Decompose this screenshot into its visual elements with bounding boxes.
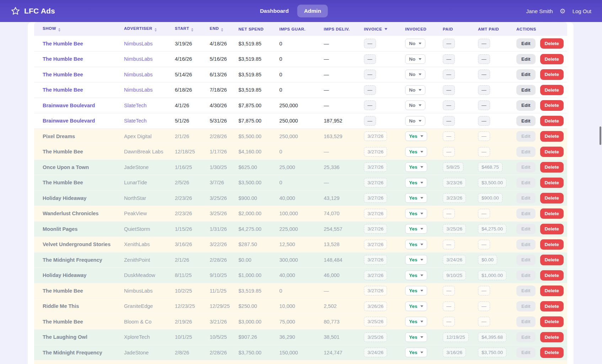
delete-button[interactable]: Delete xyxy=(540,301,564,312)
delete-button[interactable]: Delete xyxy=(540,69,564,80)
advertiser-link[interactable]: ZenithPoint xyxy=(124,257,150,263)
column-header-advertiser[interactable]: Advertiser xyxy=(124,22,175,36)
amt-paid-field[interactable]: — xyxy=(478,209,490,218)
show-name[interactable]: The Humble Bee xyxy=(43,41,83,47)
show-name[interactable]: The Humble Bee xyxy=(43,56,83,62)
edit-button[interactable]: Edit xyxy=(516,100,536,111)
paid-date-field[interactable]: — xyxy=(443,85,455,95)
amt-paid-field[interactable]: $3,750.00 xyxy=(478,348,506,357)
column-header-start[interactable]: Start xyxy=(175,22,210,36)
delete-button[interactable]: Delete xyxy=(540,162,564,173)
amt-paid-field[interactable]: — xyxy=(478,240,490,249)
edit-button[interactable]: Edit xyxy=(516,147,536,157)
amt-paid-field[interactable]: $900.00 xyxy=(478,193,502,203)
paid-date-field[interactable]: — xyxy=(443,209,455,218)
invoice-date-field[interactable]: — xyxy=(364,39,376,48)
amt-paid-field[interactable]: $1,000.00 xyxy=(478,271,506,280)
edit-button[interactable]: Edit xyxy=(516,178,536,188)
paid-date-field[interactable]: — xyxy=(443,70,455,79)
amt-paid-field[interactable]: — xyxy=(478,147,490,157)
delete-button[interactable]: Delete xyxy=(540,116,564,126)
advertiser-link[interactable]: NimbusLabs xyxy=(124,288,153,294)
paid-date-field[interactable]: — xyxy=(443,116,455,126)
invoiced-select[interactable]: Yes xyxy=(405,178,427,188)
delete-button[interactable]: Delete xyxy=(540,193,564,203)
show-name[interactable]: The Midnight Frequency xyxy=(43,257,102,263)
advertiser-link[interactable]: NimbusLabs xyxy=(124,87,153,93)
invoice-date-field[interactable]: 3/25/26 xyxy=(364,332,387,342)
edit-button[interactable]: Edit xyxy=(516,54,536,65)
advertiser-link[interactable]: NimbusLabs xyxy=(124,56,153,62)
show-name[interactable]: Holiday Hideaway xyxy=(43,195,86,201)
edit-button[interactable]: Edit xyxy=(516,208,536,219)
invoiced-select[interactable]: No xyxy=(405,70,425,79)
edit-button[interactable]: Edit xyxy=(516,255,536,265)
invoice-date-field[interactable]: 3/27/26 xyxy=(364,193,387,203)
show-name[interactable]: The Humble Bee xyxy=(43,319,83,325)
paid-date-field[interactable]: 3/16/26 xyxy=(443,348,466,357)
show-name[interactable]: Brainwave Boulevard xyxy=(43,118,95,124)
paid-date-field[interactable]: — xyxy=(443,301,455,311)
invoice-date-field[interactable]: — xyxy=(364,116,376,126)
invoiced-select[interactable]: No xyxy=(405,54,425,64)
edit-button[interactable]: Edit xyxy=(516,162,536,173)
delete-button[interactable]: Delete xyxy=(540,347,564,358)
invoice-date-field[interactable]: 3/27/26 xyxy=(364,209,387,218)
invoice-date-field[interactable]: — xyxy=(364,100,376,110)
delete-button[interactable]: Delete xyxy=(540,85,564,96)
advertiser-link[interactable]: NimbusLabs xyxy=(124,72,153,77)
advertiser-link[interactable]: XenithLabs xyxy=(124,241,150,247)
amt-paid-field[interactable]: $4,275.00 xyxy=(478,224,506,234)
invoiced-select[interactable]: Yes xyxy=(405,271,427,280)
delete-button[interactable]: Delete xyxy=(540,100,564,111)
paid-date-field[interactable]: — xyxy=(443,131,455,141)
delete-button[interactable]: Delete xyxy=(540,131,564,142)
column-header-invoice[interactable]: Invoice xyxy=(364,22,405,36)
invoice-date-field[interactable]: 3/27/26 xyxy=(364,240,387,249)
paid-date-field[interactable]: 9/10/25 xyxy=(443,271,466,280)
paid-date-field[interactable]: — xyxy=(443,100,455,110)
edit-button[interactable]: Edit xyxy=(516,69,536,80)
invoiced-select[interactable]: Yes xyxy=(405,162,427,172)
paid-date-field[interactable]: 3/23/26 xyxy=(443,193,466,203)
show-name[interactable]: Velvet Underground Stories xyxy=(43,241,111,247)
advertiser-link[interactable]: JadeStone xyxy=(124,164,149,170)
edit-button[interactable]: Edit xyxy=(516,301,536,312)
nav-item-dashboard[interactable]: Dashboard xyxy=(256,5,292,17)
invoiced-select[interactable]: Yes xyxy=(405,348,427,357)
invoice-date-field[interactable]: — xyxy=(364,54,376,64)
delete-button[interactable]: Delete xyxy=(540,147,564,157)
invoiced-select[interactable]: Yes xyxy=(405,131,427,141)
invoice-date-field[interactable]: 3/27/26 xyxy=(364,286,387,295)
advertiser-link[interactable]: LunarTide xyxy=(124,180,147,185)
show-name[interactable]: Moonlit Pages xyxy=(43,226,77,232)
paid-date-field[interactable]: — xyxy=(443,147,455,157)
amt-paid-field[interactable]: — xyxy=(478,85,490,95)
paid-date-field[interactable]: — xyxy=(443,39,455,48)
delete-button[interactable]: Delete xyxy=(540,316,564,327)
show-name[interactable]: The Humble Bee xyxy=(43,180,83,185)
paid-date-field[interactable]: 5/8/25 xyxy=(443,162,463,172)
edit-button[interactable]: Edit xyxy=(516,224,536,234)
show-name[interactable]: The Humble Bee xyxy=(43,288,83,294)
nav-item-admin[interactable]: Admin xyxy=(297,5,328,17)
invoice-date-field[interactable]: 3/27/26 xyxy=(364,131,387,141)
invoice-date-field[interactable]: 3/27/26 xyxy=(364,162,387,172)
vertical-scrollbar-thumb[interactable] xyxy=(600,126,601,145)
advertiser-link[interactable]: SlateTech xyxy=(124,103,147,108)
amt-paid-field[interactable]: $3,500.00 xyxy=(478,178,506,188)
delete-button[interactable]: Delete xyxy=(540,239,564,250)
amt-paid-field[interactable]: — xyxy=(478,131,490,141)
edit-button[interactable]: Edit xyxy=(516,193,536,203)
amt-paid-field[interactable]: — xyxy=(478,301,490,311)
invoice-date-field[interactable]: 3/24/26 xyxy=(364,348,387,357)
show-name[interactable]: The Humble Bee xyxy=(43,72,83,77)
amt-paid-field[interactable]: — xyxy=(478,116,490,126)
amt-paid-field[interactable]: $468.75 xyxy=(478,162,502,172)
show-name[interactable]: The Midnight Frequency xyxy=(43,350,102,355)
amt-paid-field[interactable]: — xyxy=(478,286,490,295)
advertiser-link[interactable]: DawnBreak Labs xyxy=(124,149,163,154)
invoiced-select[interactable]: No xyxy=(405,39,425,48)
paid-date-field[interactable]: 3/24/26 xyxy=(443,255,466,265)
advertiser-link[interactable]: GraniteEdge xyxy=(124,303,153,309)
